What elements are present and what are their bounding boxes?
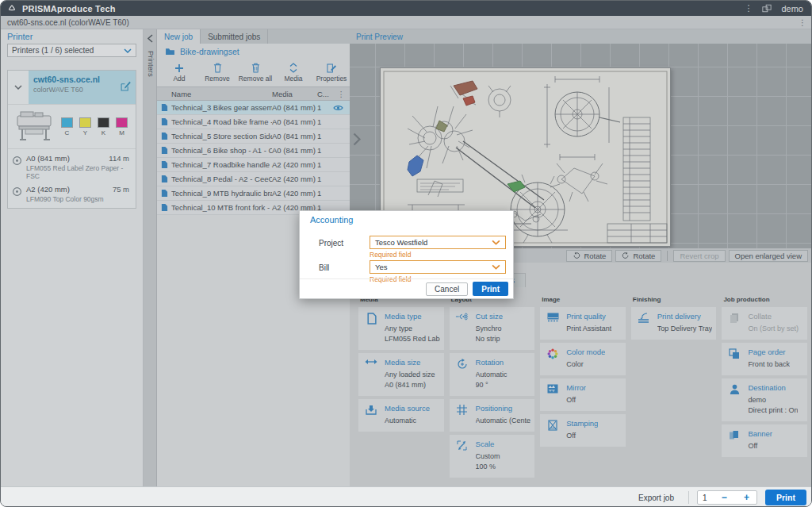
- table-row[interactable]: Technical_4 Road bike frame - ... A0 (84…: [157, 115, 350, 129]
- rotate-left-button[interactable]: Rotate: [566, 250, 612, 262]
- user-icon: [726, 383, 742, 416]
- copies-increment-button[interactable]: +: [741, 492, 752, 503]
- copies-decrement-button[interactable]: −: [719, 492, 730, 503]
- mirror-tile[interactable]: MirrorOff: [540, 378, 626, 411]
- document-icon: [157, 132, 171, 140]
- project-select[interactable]: Tesco Westfield: [370, 236, 506, 249]
- table-row[interactable]: Technical_3 Bikes gear assemb... A0 (841…: [157, 101, 350, 115]
- ink-yellow-label: Y: [83, 129, 87, 136]
- settings-group-image: Image Print qualityPrint Assistant Color…: [540, 296, 626, 481]
- dialog-print-button[interactable]: Print: [473, 282, 508, 296]
- column-media[interactable]: Media: [272, 90, 317, 98]
- job-media: A2 (420 mm): [272, 160, 317, 169]
- divider: [688, 491, 689, 504]
- project-value: Tesco Westfield: [375, 238, 427, 247]
- column-name[interactable]: Name: [171, 90, 272, 98]
- preview-eye-icon[interactable]: [328, 105, 347, 111]
- table-row[interactable]: Technical_6 Bike shop - A1 - C... A0 (84…: [157, 144, 350, 158]
- titlebar-menu-icon[interactable]: ⋮: [744, 3, 753, 13]
- tile-line: Any type: [385, 324, 440, 334]
- job-name: Technical_10 MTB front fork - ...: [171, 203, 272, 212]
- cut-size-tile[interactable]: Cut sizeSynchroNo strip: [450, 307, 535, 350]
- remove-all-button[interactable]: Remove all: [238, 59, 273, 86]
- ink-yellow-chip: [79, 117, 91, 128]
- destination-tile[interactable]: DestinationdemoDirect print : On: [722, 378, 807, 421]
- context-menu-icon[interactable]: ⋮: [799, 18, 806, 27]
- job-name: Technical_4 Road bike frame - ...: [171, 117, 272, 126]
- job-media: A2 (420 mm): [272, 175, 317, 183]
- tile-line: Automatic (Center),N...: [476, 416, 531, 426]
- tab-new-job[interactable]: New job: [157, 29, 201, 44]
- tab-submitted-jobs[interactable]: Submitted jobs: [201, 29, 268, 44]
- table-row[interactable]: Technical_5 Store section Side ... A0 (8…: [157, 129, 350, 144]
- positioning-tile[interactable]: PositioningAutomatic (Center),N...: [450, 399, 535, 432]
- table-row[interactable]: Technical_8 Pedal - A2 - CeeCe... A2 (42…: [157, 172, 350, 186]
- job-media: A0 (841 mm): [272, 103, 317, 112]
- table-row[interactable]: Technical_9 MTB hydraulic bra... A2 (420…: [157, 186, 350, 201]
- properties-icon: [327, 63, 336, 73]
- tile-title: Media source: [385, 404, 430, 413]
- rotate-right-button[interactable]: Rotate: [615, 250, 661, 262]
- job-media: A0 (841 mm): [272, 132, 317, 140]
- media-type-tile[interactable]: Media typeAny typeLFM055 Red Label Z...: [358, 307, 444, 350]
- stamping-tile[interactable]: StampingOff: [540, 414, 626, 447]
- job-copies: 1: [317, 189, 328, 198]
- chevron-down-icon: [492, 264, 500, 270]
- printer-name: cwt60-sns.oce.nl: [33, 75, 131, 84]
- banner-tile[interactable]: BannerOff: [722, 424, 807, 457]
- collate-icon: [726, 312, 742, 334]
- job-name: Technical_6 Bike shop - A1 - C...: [171, 146, 272, 155]
- edit-printer-icon[interactable]: [121, 81, 131, 91]
- table-row[interactable]: Technical_7 Roadbike handle a... A2 (420…: [157, 158, 350, 172]
- printer-panel: Printer Printers (1 / 6) selected cwt60-…: [1, 29, 144, 486]
- job-copies: 1: [317, 103, 328, 112]
- next-page-icon[interactable]: [353, 133, 362, 149]
- revert-crop-button[interactable]: Revert crop: [673, 250, 725, 262]
- document-icon: [157, 189, 171, 198]
- print-delivery-tile[interactable]: Print deliveryTop Delivery Tray (TDT): [631, 307, 717, 340]
- tile-title: Media size: [385, 358, 435, 367]
- job-copies: 1: [317, 132, 328, 140]
- cancel-button[interactable]: Cancel: [426, 282, 468, 296]
- printer-selector[interactable]: Printers (1 / 6) selected: [7, 44, 136, 57]
- scale-tile[interactable]: ScaleCustom100 %: [450, 435, 535, 478]
- media-button[interactable]: Media: [276, 59, 311, 86]
- user-name[interactable]: demo: [781, 4, 803, 13]
- collate-tile[interactable]: CollateOn (Sort by set): [722, 307, 807, 340]
- tile-line: 90 °: [476, 380, 508, 390]
- collapse-printer-icon[interactable]: [8, 71, 29, 104]
- media-roll-a0: A0 (841 mm)114 m LFM055 Red Label Zero P…: [8, 152, 136, 182]
- rotation-tile[interactable]: RotationAutomatic90 °: [450, 353, 535, 396]
- collapse-panel-icon[interactable]: [144, 29, 156, 43]
- table-options-icon[interactable]: ⋮: [338, 90, 350, 98]
- copies-value[interactable]: 1: [703, 494, 707, 502]
- printer-card[interactable]: cwt60-sns.oce.nl colorWAVE T60: [7, 70, 136, 209]
- document-icon: [157, 103, 171, 112]
- color-mode-tile[interactable]: Color modeColor: [540, 343, 626, 375]
- page-order-icon: [726, 348, 742, 370]
- open-enlarged-view-button[interactable]: Open enlarged view: [729, 250, 809, 262]
- properties-button[interactable]: Properties: [314, 59, 349, 86]
- print-quality-tile[interactable]: Print qualityPrint Assistant: [540, 307, 626, 340]
- job-table-header: Name Media C... ⋮: [157, 86, 350, 101]
- remove-label: Remove: [205, 75, 230, 83]
- page-order-tile[interactable]: Page orderFront to back: [722, 343, 807, 375]
- tile-line: 100 %: [476, 462, 500, 472]
- bill-select[interactable]: Yes: [370, 260, 506, 274]
- export-job-button[interactable]: Export job: [632, 491, 680, 505]
- roll-icon: [12, 186, 22, 203]
- chevron-down-icon: [124, 48, 132, 53]
- strip-label[interactable]: Printers: [147, 51, 155, 77]
- ink-magenta-label: M: [119, 129, 124, 136]
- media-source-tile[interactable]: Media sourceAutomatic: [358, 399, 444, 432]
- workspace-switcher-icon[interactable]: [762, 4, 772, 13]
- media-size-tile[interactable]: Media sizeAny loaded sizeA0 (841 mm): [358, 353, 444, 396]
- print-button[interactable]: Print: [765, 490, 806, 505]
- dialog-title: Accounting: [310, 215, 353, 225]
- rotate-right-label: Rotate: [633, 252, 655, 260]
- roll-media: LFM055 Red Label Zero Paper - FSC: [26, 164, 129, 180]
- tile-line: Direct print : On: [748, 405, 798, 416]
- remove-button[interactable]: Remove: [200, 59, 235, 86]
- column-copies[interactable]: C...: [317, 90, 328, 98]
- add-button[interactable]: Add: [162, 59, 197, 86]
